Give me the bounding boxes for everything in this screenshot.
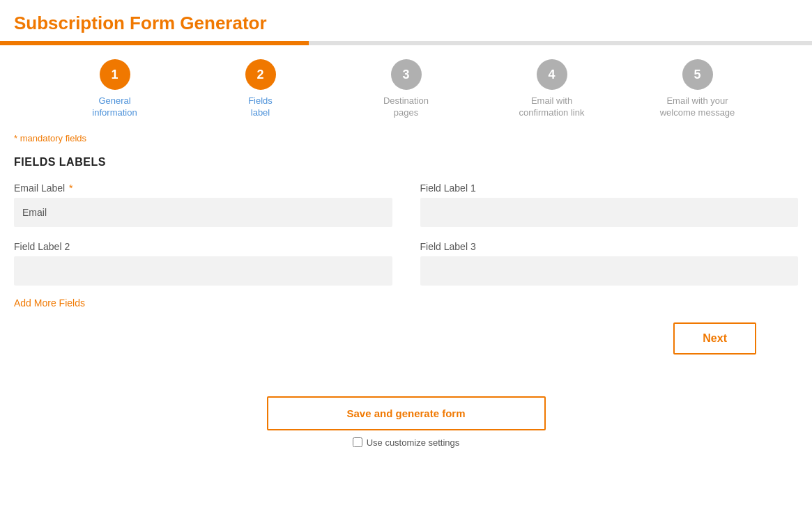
page-header: Subscription Form Generator <box>0 0 812 41</box>
step-label-4: Email with confirmation link <box>519 95 585 119</box>
field-label-text-field-label-2: Field Label 2 <box>14 241 392 252</box>
field-input-email-label[interactable] <box>14 198 392 227</box>
add-more-fields-link[interactable]: Add More Fields <box>14 297 85 309</box>
progress-bar-fill <box>0 41 309 45</box>
field-input-field-label-1[interactable] <box>420 198 799 227</box>
field-group-field-label-3: Field Label 3 <box>420 241 799 286</box>
field-label-text-field-label-3: Field Label 3 <box>420 241 799 252</box>
progress-bar-container <box>0 41 812 45</box>
bottom-section: Save and generate form Use customize set… <box>0 389 812 462</box>
step-2[interactable]: 2Fields label <box>205 59 316 119</box>
step-label-3: Destination pages <box>383 95 429 119</box>
step-1[interactable]: 1General information <box>59 59 171 119</box>
mandatory-note: * mandatory fields <box>14 133 798 143</box>
fields-grid: Email Label *Field Label 1Field Label 2F… <box>14 182 798 286</box>
field-input-field-label-3[interactable] <box>420 256 799 286</box>
step-circle-5: 5 <box>682 59 713 90</box>
step-5[interactable]: 5Email with your welcome message <box>642 59 753 119</box>
field-group-field-label-1: Field Label 1 <box>420 182 799 227</box>
customize-checkbox[interactable] <box>353 437 362 447</box>
field-group-field-label-2: Field Label 2 <box>14 241 392 286</box>
customize-label: Use customize settings <box>367 437 460 448</box>
field-group-email-label: Email Label * <box>14 182 392 227</box>
step-circle-2: 2 <box>245 59 276 90</box>
step-circle-3: 3 <box>391 59 422 90</box>
field-label-text-field-label-1: Field Label 1 <box>420 182 799 194</box>
step-circle-1: 1 <box>100 59 130 90</box>
save-generate-button[interactable]: Save and generate form <box>267 396 546 430</box>
step-label-1: General information <box>92 95 137 119</box>
field-label-text-email-label: Email Label * <box>14 182 392 194</box>
next-button-container: Next <box>14 322 798 355</box>
next-button[interactable]: Next <box>673 322 756 355</box>
customize-row: Use customize settings <box>353 437 460 448</box>
step-3[interactable]: 3Destination pages <box>351 59 462 119</box>
step-circle-4: 4 <box>537 59 567 90</box>
section-title: FIELDS LABELS <box>14 156 798 169</box>
content-area: * mandatory fields FIELDS LABELS Email L… <box>0 126 812 389</box>
step-label-5: Email with your welcome message <box>660 95 735 119</box>
required-marker-email-label: * <box>66 182 72 194</box>
page-title: Subscription Form Generator <box>14 13 798 34</box>
field-input-field-label-2[interactable] <box>14 256 392 286</box>
step-4[interactable]: 4Email with confirmation link <box>496 59 608 119</box>
step-label-2: Fields label <box>248 95 273 119</box>
steps-container: 1General information2Fields label3Destin… <box>0 45 812 126</box>
